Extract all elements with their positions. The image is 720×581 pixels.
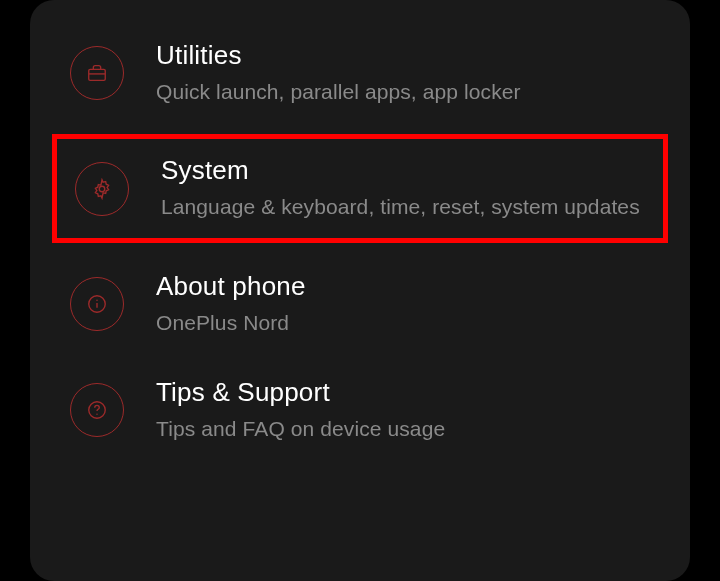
settings-item-title: System <box>161 155 640 186</box>
settings-item-subtitle: Tips and FAQ on device usage <box>156 414 445 443</box>
settings-item-subtitle: Quick launch, parallel apps, app locker <box>156 77 521 106</box>
settings-item-text: Tips & Support Tips and FAQ on device us… <box>156 377 445 443</box>
svg-point-2 <box>99 186 105 192</box>
settings-item-about-phone[interactable]: About phone OnePlus Nord <box>30 251 690 357</box>
svg-rect-0 <box>89 70 106 81</box>
gear-icon <box>75 162 129 216</box>
settings-item-title: Utilities <box>156 40 521 71</box>
settings-item-text: Utilities Quick launch, parallel apps, a… <box>156 40 521 106</box>
settings-item-text: System Language & keyboard, time, reset,… <box>161 155 640 221</box>
toolbox-icon <box>70 46 124 100</box>
settings-item-system[interactable]: System Language & keyboard, time, reset,… <box>52 134 668 242</box>
settings-item-tips-support[interactable]: Tips & Support Tips and FAQ on device us… <box>30 357 690 463</box>
settings-item-text: About phone OnePlus Nord <box>156 271 306 337</box>
settings-item-subtitle: OnePlus Nord <box>156 308 306 337</box>
info-icon <box>70 277 124 331</box>
help-icon <box>70 383 124 437</box>
svg-point-7 <box>96 414 97 415</box>
settings-item-utilities[interactable]: Utilities Quick launch, parallel apps, a… <box>30 20 690 126</box>
settings-item-title: About phone <box>156 271 306 302</box>
settings-panel: Utilities Quick launch, parallel apps, a… <box>30 0 690 581</box>
settings-item-title: Tips & Support <box>156 377 445 408</box>
settings-item-subtitle: Language & keyboard, time, reset, system… <box>161 192 640 221</box>
svg-point-4 <box>96 300 97 301</box>
